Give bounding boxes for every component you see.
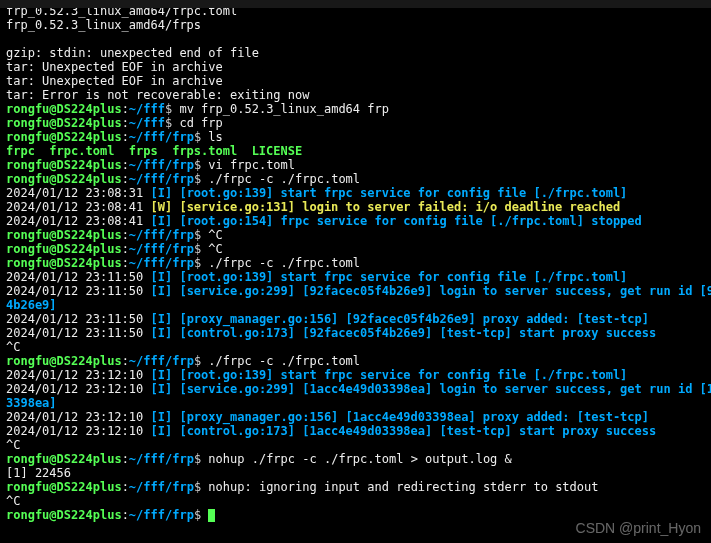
log-line: 2024/01/12 23:08:41 [I] [root.go:154] fr…: [6, 214, 705, 228]
prompt-line: rongfu@DS224plus:~/fff/frp$ nohup: ignor…: [6, 480, 705, 494]
cursor-icon: [208, 509, 215, 522]
error-text: gzip: stdin: unexpected end of file: [6, 46, 705, 60]
log-line: 2024/01/12 23:12:10 [I] [service.go:299]…: [6, 382, 705, 396]
prompt-line: rongfu@DS224plus:~/fff/frp$ nohup ./frpc…: [6, 452, 705, 466]
ls-output: frpc frpc.toml frps frps.toml LICENSE: [6, 144, 705, 158]
error-text: tar: Unexpected EOF in archive: [6, 60, 705, 74]
command-text: vi frpc.toml: [208, 158, 295, 172]
prompt-line: rongfu@DS224plus:~/fff$ cd frp: [6, 116, 705, 130]
window-titlebar: [0, 0, 711, 8]
prompt-line: rongfu@DS224plus:~/fff$ mv frp_0.52.3_li…: [6, 102, 705, 116]
output-text: frp_0.52.3_linux_amd64/frps: [6, 18, 705, 32]
log-line: 4b26e9]: [6, 298, 705, 312]
log-line: 2024/01/12 23:12:10 [I] [control.go:173]…: [6, 424, 705, 438]
error-text: tar: Unexpected EOF in archive: [6, 74, 705, 88]
ctrl-c: ^C: [6, 438, 705, 452]
ctrl-c: ^C: [6, 340, 705, 354]
log-line: 3398ea]: [6, 396, 705, 410]
watermark-text: CSDN @print_Hyon: [576, 521, 701, 535]
prompt-user: rongfu: [6, 102, 49, 116]
log-line: 2024/01/12 23:12:10 [I] [proxy_manager.g…: [6, 410, 705, 424]
prompt-path: ~/fff: [129, 102, 165, 116]
blank-line: [6, 32, 705, 46]
command-text: ls: [208, 130, 222, 144]
nohup-msg: nohup: ignoring input and redirecting st…: [208, 480, 598, 494]
prompt-line: rongfu@DS224plus:~/fff/frp$ ./frpc -c ./…: [6, 354, 705, 368]
log-line: 2024/01/12 23:12:10 [I] [root.go:139] st…: [6, 368, 705, 382]
log-line: 2024/01/12 23:08:31 [I] [root.go:139] st…: [6, 186, 705, 200]
command-text: nohup ./frpc -c ./frpc.toml > output.log…: [208, 452, 511, 466]
job-output: [1] 22456: [6, 466, 705, 480]
prompt-line: rongfu@DS224plus:~/fff/frp$ vi frpc.toml: [6, 158, 705, 172]
prompt-line: rongfu@DS224plus:~/fff/frp$ ls: [6, 130, 705, 144]
prompt-line: rongfu@DS224plus:~/fff/frp$ ^C: [6, 242, 705, 256]
prompt-line: rongfu@DS224plus:~/fff/frp$ ./frpc -c ./…: [6, 256, 705, 270]
error-text: tar: Error is not recoverable: exiting n…: [6, 88, 705, 102]
log-line: 2024/01/12 23:11:50 [I] [control.go:173]…: [6, 326, 705, 340]
prompt-line: rongfu@DS224plus:~/fff/frp$ ./frpc -c ./…: [6, 172, 705, 186]
command-text: mv frp_0.52.3_linux_amd64 frp: [179, 102, 389, 116]
command-text: cd frp: [179, 116, 222, 130]
prompt-line: rongfu@DS224plus:~/fff/frp$ ^C: [6, 228, 705, 242]
log-line: 2024/01/12 23:11:50 [I] [service.go:299]…: [6, 284, 705, 298]
ctrl-c: ^C: [6, 494, 705, 508]
prompt-host: DS224plus: [57, 102, 122, 116]
command-text: ./frpc -c ./frpc.toml: [208, 172, 360, 186]
log-line: 2024/01/12 23:11:50 [I] [root.go:139] st…: [6, 270, 705, 284]
log-line: 2024/01/12 23:11:50 [I] [proxy_manager.g…: [6, 312, 705, 326]
terminal-output[interactable]: frp_0.52.3_linux_amd64/frpc.toml frp_0.5…: [6, 4, 705, 522]
log-line: 2024/01/12 23:08:41 [W] [service.go:131]…: [6, 200, 705, 214]
